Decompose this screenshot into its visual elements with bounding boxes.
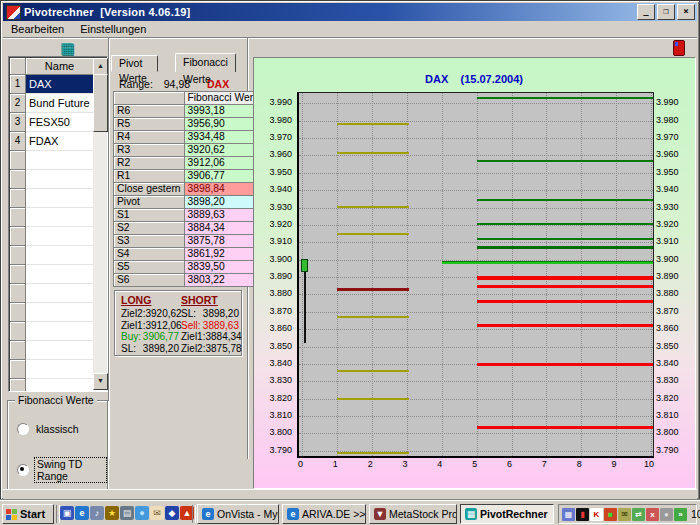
table-row[interactable] — [10, 170, 93, 189]
quicklaunch-book-icon[interactable]: ◆ — [165, 506, 179, 520]
task-button-metastock-profess[interactable]: ▼MetaStock Profess... — [369, 504, 457, 524]
table-row[interactable] — [10, 284, 93, 303]
tray-mail-icon[interactable]: ✉ — [618, 508, 631, 521]
y-tick-label-left: 3.920 — [269, 220, 292, 229]
instrument-name-cell[interactable] — [26, 341, 93, 360]
tray-clock-icon[interactable]: ● — [660, 508, 673, 521]
instrument-name-cell[interactable] — [26, 379, 93, 391]
quicklaunch-mail-icon[interactable]: ✉ — [150, 506, 164, 520]
panel-separator-left — [108, 38, 110, 459]
y-gridline — [299, 225, 653, 226]
watchlist-scrollbar[interactable]: ▲ ▼ — [93, 58, 107, 390]
instrument-name-cell[interactable]: Bund Future — [26, 94, 93, 113]
task-button-onvista-myonvis[interactable]: eOnVista - MyOnVis... — [197, 504, 279, 524]
restore-button[interactable]: ❐ — [657, 4, 675, 20]
table-row[interactable] — [10, 208, 93, 227]
task-button-pivotrechner[interactable]: ▦PivotRechner — [460, 504, 554, 524]
instrument-name-cell[interactable] — [26, 303, 93, 322]
tray-tv-icon[interactable]: ■ — [604, 508, 617, 521]
tray-network-icon[interactable]: ⇄ — [632, 508, 645, 521]
instrument-name-cell[interactable]: FDAX — [26, 132, 93, 151]
x-tick-label: 3 — [395, 459, 415, 469]
chart-title: DAX (15.07.2004) — [297, 73, 651, 85]
table-row[interactable] — [10, 189, 93, 208]
quicklaunch-app-icon[interactable]: ▣ — [60, 506, 74, 520]
table-row[interactable]: 2Bund Future — [10, 94, 93, 113]
instrument-name-cell[interactable] — [26, 284, 93, 303]
instrument-name-cell[interactable]: FESX50 — [26, 113, 93, 132]
quicklaunch-media-icon[interactable]: ♪ — [90, 506, 104, 520]
quicklaunch-printer-icon[interactable]: ▤ — [120, 506, 134, 520]
scrollbar-thumb[interactable] — [93, 74, 108, 132]
x-gridline — [546, 93, 547, 456]
table-row[interactable] — [10, 322, 93, 341]
instrument-name-cell[interactable] — [26, 170, 93, 189]
long-title: LONG — [121, 294, 179, 306]
task-button-ariva-de-for[interactable]: eARIVA.DE >> For... — [282, 504, 366, 524]
row-number-cell — [10, 360, 26, 379]
y-tick-label-right: 3.980 — [656, 116, 679, 125]
table-row[interactable]: 1DAX — [10, 75, 93, 94]
table-row[interactable] — [10, 341, 93, 360]
minimize-button[interactable]: _ — [637, 4, 655, 20]
close-button[interactable]: × — [677, 4, 695, 20]
instrument-name-cell[interactable]: DAX — [26, 75, 93, 94]
quicklaunch-star-icon[interactable]: ★ — [105, 506, 119, 520]
table-row[interactable]: 3FESX50 — [10, 113, 93, 132]
y-gridline — [299, 312, 653, 313]
scroll-down-icon[interactable]: ▼ — [93, 373, 108, 390]
instrument-name-cell[interactable] — [26, 151, 93, 170]
window-title: Pivotrechner [Version 4.06.19] — [24, 6, 635, 18]
radio-option-swing-td-range[interactable]: Swing TD Range — [17, 457, 107, 483]
tray-app-icon[interactable]: ▦ — [562, 508, 575, 521]
table-row[interactable] — [10, 379, 93, 391]
level-line-S1 — [477, 276, 653, 280]
instrument-name-cell[interactable] — [26, 246, 93, 265]
x-tick-label: 7 — [534, 459, 554, 469]
y-tick-label-right: 3.970 — [656, 133, 679, 142]
fib-table-row: S53839,50 — [114, 261, 266, 274]
level-line-R6 — [477, 97, 653, 99]
taskbar-separator[interactable] — [192, 505, 196, 523]
scroll-up-icon[interactable]: ▲ — [93, 58, 108, 75]
trade-level-row: Ziel2:3920,62 — [121, 308, 179, 320]
radio-icon[interactable] — [17, 464, 29, 476]
instrument-name-cell[interactable] — [26, 189, 93, 208]
fib-row-label: S1 — [114, 209, 185, 222]
exit-power-icon[interactable] — [673, 40, 685, 56]
y-gridline — [299, 190, 653, 191]
tab-fibonacci-werte[interactable]: Fibonacci Werte — [175, 53, 236, 72]
level-line-R3 — [477, 223, 653, 225]
tab-pivot-werte[interactable]: Pivot Werte — [111, 55, 158, 72]
calculator-icon[interactable]: ▦ — [57, 39, 77, 57]
instrument-name-cell[interactable] — [26, 322, 93, 341]
menu-einstellungen[interactable]: Einstellungen — [73, 22, 153, 37]
instrument-name-cell[interactable] — [26, 360, 93, 379]
fib-row-label: Pivot — [114, 196, 185, 209]
tray-ticker-icon[interactable]: ▮ — [576, 508, 589, 521]
table-row[interactable] — [10, 303, 93, 322]
instrument-name-cell[interactable] — [26, 208, 93, 227]
y-gridline — [299, 173, 653, 174]
tray-update-icon[interactable]: » — [674, 508, 687, 521]
table-row[interactable] — [10, 151, 93, 170]
table-row[interactable] — [10, 246, 93, 265]
instrument-name-cell[interactable] — [26, 265, 93, 284]
menu-bearbeiten[interactable]: Bearbeiten — [4, 22, 71, 37]
instrument-name-cell[interactable] — [26, 227, 93, 246]
table-row[interactable]: 4FDAX — [10, 132, 93, 151]
quicklaunch-globe-icon[interactable]: ● — [135, 506, 149, 520]
level-line-klassisch — [337, 288, 409, 291]
level-line-R1 — [477, 246, 653, 249]
table-row[interactable] — [10, 227, 93, 246]
y-tick-label-left: 3.980 — [269, 116, 292, 125]
radio-icon[interactable] — [17, 423, 29, 435]
radio-option-klassisch[interactable]: klassisch — [17, 423, 81, 435]
tray-monitor-icon[interactable]: x — [646, 508, 659, 521]
start-button[interactable]: Start — [2, 504, 54, 524]
table-row[interactable] — [10, 265, 93, 284]
tray-antivirus-icon[interactable]: K — [590, 508, 603, 521]
quicklaunch-ie-icon[interactable]: e — [75, 506, 89, 520]
taskbar-clock: 10:20 — [691, 508, 700, 520]
table-row[interactable] — [10, 360, 93, 379]
